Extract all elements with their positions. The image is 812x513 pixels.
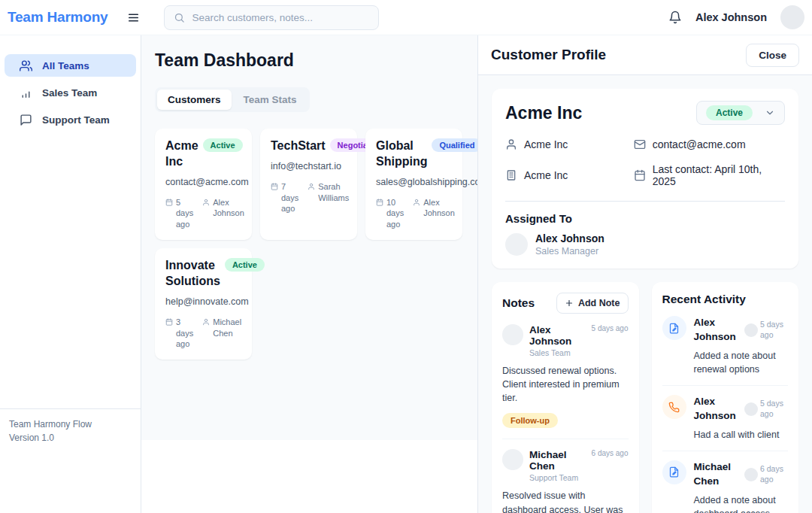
activity-description: Had a call with client <box>694 428 789 442</box>
note-author-team: Sales Team <box>529 348 586 357</box>
activity-type-icon <box>662 460 686 484</box>
assigned-to-heading: Assigned To <box>505 212 785 225</box>
note-timestamp: 5 days ago <box>592 324 629 357</box>
note-author-block: Michael Chen Support Team <box>529 449 586 482</box>
chevron-down-icon <box>765 108 775 118</box>
status-dropdown[interactable]: Active <box>696 101 785 125</box>
owner-name: Michael Chen <box>213 317 241 351</box>
activity-actor-avatar <box>744 468 758 481</box>
person-icon <box>202 197 210 231</box>
profile-customer-name: Acme Inc <box>505 103 582 123</box>
contact-person-row: Acme Inc <box>505 138 634 150</box>
sidebar: All Teams Sales Team Support Team Team H… <box>0 35 141 513</box>
last-contact-text: 3 days ago <box>176 317 193 351</box>
owner-name: Alex Johnson <box>213 197 244 231</box>
customer-email: contact@acme.com <box>165 177 241 187</box>
last-contact-meta: 10 days ago <box>376 197 404 231</box>
tab-team-stats[interactable]: Team Stats <box>233 90 308 110</box>
customer-email: info@techstart.io <box>271 161 347 172</box>
customer-card[interactable]: Global Shipping Qualified sales@globalsh… <box>365 129 462 240</box>
activity-timestamp: 6 days ago <box>744 460 788 489</box>
calendar-icon <box>165 197 173 231</box>
activity-time-text: 5 days ago <box>760 399 788 419</box>
sidebar-item-support-team[interactable]: Support Team <box>5 108 136 131</box>
customer-name: Global Shipping <box>376 138 427 170</box>
sidebar-item-label: Support Team <box>42 114 110 126</box>
top-bar: Team Harmony Alex Johnson <box>0 0 812 35</box>
sidebar-item-sales-team[interactable]: Sales Team <box>5 81 136 104</box>
close-button[interactable]: Close <box>746 44 799 67</box>
customer-card[interactable]: Acme Inc Active contact@acme.com 5 days … <box>155 129 252 240</box>
last-contact-row: Last contact: April 10th, 2025 <box>634 163 785 187</box>
building-icon <box>505 169 517 181</box>
recent-activity-title: Recent Activity <box>662 293 789 306</box>
note-author-block: Alex Johnson Sales Team <box>529 324 586 357</box>
activity-actor-name: Alex Johnson <box>694 395 742 423</box>
owner-meta: Michael Chen <box>202 317 241 351</box>
activity-body: Alex Johnson 5 days ago Had a call with … <box>694 395 789 442</box>
note-tag[interactable]: Follow-up <box>502 413 558 428</box>
company-value: Acme Inc <box>524 169 568 181</box>
note-icon <box>668 323 680 334</box>
person-icon <box>308 181 315 215</box>
activity-item: Michael Chen 6 days ago Added a note abo… <box>662 451 789 513</box>
customer-email: sales@globalshipping.com <box>376 177 452 187</box>
search-icon <box>174 12 185 23</box>
customer-email: help@innovate.com <box>165 296 241 307</box>
activity-type-icon <box>662 316 686 340</box>
notifications-button[interactable] <box>668 11 682 24</box>
tab-customers[interactable]: Customers <box>157 90 232 110</box>
app-footer-name: Team Harmony Flow <box>9 417 132 431</box>
company-row: Acme Inc <box>505 163 634 187</box>
activity-list: Alex Johnson 5 days ago Added a note abo… <box>662 316 789 513</box>
customer-card-header: Innovate Solutions Active <box>165 258 241 290</box>
activity-actor-avatar <box>744 323 758 337</box>
note-author-avatar <box>502 324 523 345</box>
note-header: Alex Johnson Sales Team 5 days ago <box>502 324 629 357</box>
sidebar-item-all-teams[interactable]: All Teams <box>5 54 136 77</box>
person-icon <box>505 138 517 150</box>
notes-card: Notes Add Note <box>492 282 639 513</box>
activity-item: Alex Johnson 5 days ago Added a note abo… <box>662 316 789 376</box>
activity-timestamp: 5 days ago <box>744 395 788 423</box>
mail-icon <box>634 138 646 150</box>
owner-name: Alex Johnson <box>423 197 455 231</box>
last-contact-text: 5 days ago <box>176 197 193 231</box>
last-contact-text: 7 days ago <box>281 181 298 215</box>
customer-card[interactable]: TechStart Negotiation info@techstart.io … <box>260 129 357 240</box>
last-contact-text: 10 days ago <box>386 197 404 231</box>
activity-actor-name: Alex Johnson <box>694 316 742 345</box>
customer-card[interactable]: Innovate Solutions Active help@innovate.… <box>155 248 252 360</box>
customer-card-header: Acme Inc Active <box>165 138 241 170</box>
person-icon <box>413 197 420 231</box>
note-timestamp: 6 days ago <box>592 449 629 482</box>
sidebar-item-label: All Teams <box>42 60 89 71</box>
notes-title: Notes <box>502 296 535 310</box>
activity-time-text: 6 days ago <box>760 464 788 484</box>
customer-card-meta: 10 days ago Alex Johnson <box>376 197 452 231</box>
customer-card-header: Global Shipping Qualified <box>376 138 452 170</box>
customer-card-meta: 5 days ago Alex Johnson <box>165 197 241 231</box>
app-version: Version 1.0 <box>9 431 132 445</box>
search-input[interactable] <box>192 12 369 23</box>
customer-name: Acme Inc <box>165 138 198 170</box>
user-avatar[interactable] <box>780 5 804 29</box>
sidebar-item-label: Sales Team <box>42 87 97 99</box>
calendar-icon <box>165 317 173 351</box>
content-area: All Teams Sales Team Support Team Team H… <box>0 35 812 513</box>
calendar-icon <box>376 197 383 231</box>
owner-meta: Alex Johnson <box>202 197 244 231</box>
phone-icon <box>668 402 680 413</box>
recent-activity-card: Recent Activity <box>652 282 799 513</box>
customer-name: Innovate Solutions <box>165 258 220 290</box>
add-note-button[interactable]: Add Note <box>556 293 629 314</box>
assignee-avatar <box>505 233 528 256</box>
dashboard-panel: Team Dashboard Customers Team Stats Acme… <box>141 35 477 513</box>
hamburger-menu-button[interactable] <box>127 11 140 24</box>
sidebar-footer: Team Harmony Flow Version 1.0 <box>0 408 141 453</box>
search-bar[interactable] <box>164 5 379 30</box>
activity-description: Added a note about dashboard access reso… <box>694 493 789 513</box>
profile-panel-title: Customer Profile <box>491 47 606 63</box>
activity-item: Alex Johnson 5 days ago Had a call with … <box>662 385 789 442</box>
profile-card: Acme Inc Active <box>492 89 798 269</box>
